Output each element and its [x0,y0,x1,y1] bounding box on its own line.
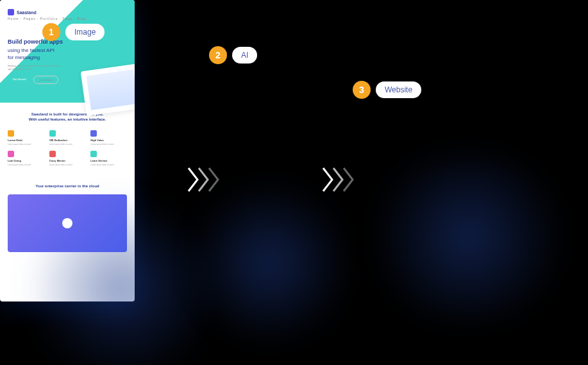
hero-description: Wafting zephyrs quickly vexed jumbo frui… [8,64,72,71]
logo-icon [8,9,14,15]
stage-2-badge: 2 AI [209,46,257,64]
arrow-2 [321,167,357,192]
cloud-section: Your enterprise carrier in the cloud [0,175,135,261]
feature-cell: Learn ServiceLorem ipsum dolor sit amet [90,151,127,166]
stage-1-badge: 1 Image [42,23,105,41]
device-mockup [81,64,135,116]
badge-number-1: 1 [42,23,60,41]
brand-name: Saasland [17,10,37,15]
feature-cell: High ValueLorem ipsum dolor sit amet [90,130,127,146]
stage-3-badge: 3 Website [353,81,421,99]
features-title-2: With useful features, an intuitive inter… [8,117,127,122]
feature-cell: Late GoingLorem ipsum dolor sit amet [8,151,44,166]
badge-label-website: Website [376,81,421,98]
feature-cell: Lorem DalaiLorem ipsum dolor sit amet [8,130,44,146]
features-section: Saasland is built for designers like you… [0,103,135,175]
hero-subtitle-1: using the fastest API [8,47,127,53]
hero-section: Saasland Home · Pages · Portfolio · Shop… [0,0,135,103]
cloud-title: Your enterprise carrier in the cloud [8,184,127,188]
arrow-1 [186,167,222,192]
badge-label-image: Image [65,24,105,40]
secondary-cta: Learn More [33,76,58,84]
primary-cta: Get Started [8,76,31,84]
badge-label-ai: AI [232,47,257,64]
video-box [8,194,127,252]
feature-cell: Crazy MentorLorem ipsum dolor sit amet [49,151,86,166]
features-grid: Lorem DalaiLorem ipsum dolor sit amet100… [8,130,127,166]
hero-subtitle-2: for messaging [8,55,127,60]
play-icon [62,218,72,228]
feature-cell: 100 DedicationLorem ipsum dolor sit amet [49,130,86,146]
nav-links: Home · Pages · Portfolio · Shop · Blog [8,17,127,21]
badge-number-3: 3 [353,81,371,99]
brand-logo: Saasland [8,9,127,15]
badge-number-2: 2 [209,46,227,64]
